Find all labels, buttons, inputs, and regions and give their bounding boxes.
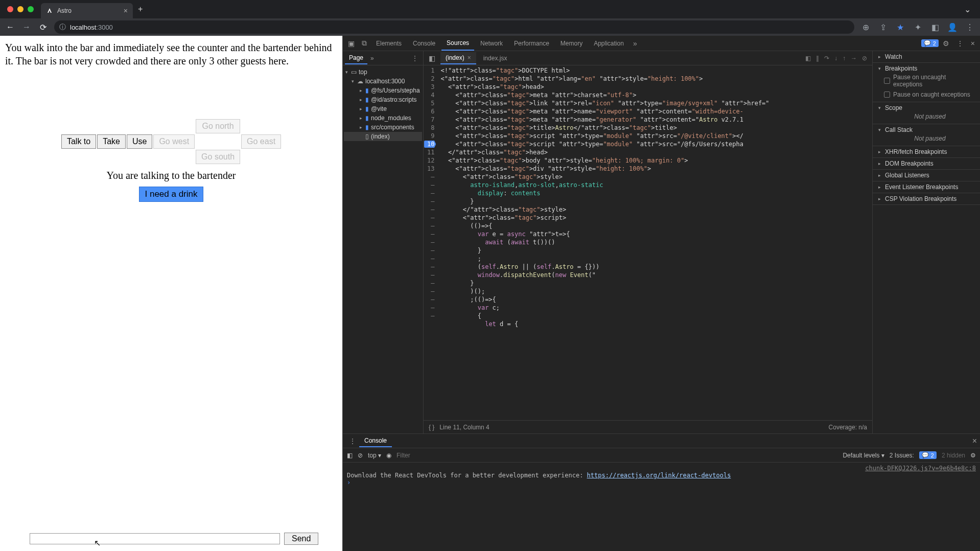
code-content[interactable]: <!"attr">class="tagc">DOCTYPE html><"att… [438, 65, 872, 420]
source-editor: ◧ (index)× index.jsx ◧ ‖ ↷ ↓ ↑ → ⊘ [424, 51, 873, 433]
close-editor-tab-icon[interactable]: × [468, 54, 471, 61]
nav-more-icon[interactable]: » [367, 55, 377, 62]
step-out-icon[interactable]: ↑ [843, 55, 846, 62]
tab-elements[interactable]: Elements [371, 37, 407, 50]
console-menu-icon[interactable]: ⋮ [346, 437, 359, 445]
back-button[interactable]: ← [5, 22, 15, 32]
console-source-link[interactable]: chunk-DFKQJ226.js?v=9e6b4e8c:8 [347, 465, 976, 472]
page-nav-tab[interactable]: Page [345, 52, 367, 64]
file-tree[interactable]: ▾▭top ▾☁localhost:3000 ▸▮@fs/Users/steph… [343, 65, 423, 143]
devtools-menu-icon[interactable]: ⋮ [953, 39, 967, 48]
take-button[interactable]: Take [97, 134, 126, 149]
scope-section[interactable]: ▾Scope [877, 104, 976, 111]
console-close-icon[interactable]: × [972, 437, 977, 446]
global-listeners-section[interactable]: ▸Global Listeners [877, 172, 976, 179]
console-message-link[interactable]: https://reactjs.org/link/react-devtools [587, 472, 731, 479]
tab-console[interactable]: Console [408, 37, 440, 50]
bookmark-icon[interactable]: ★ [895, 22, 905, 32]
share-icon[interactable]: ⇪ [878, 22, 888, 32]
tree-top[interactable]: top [359, 68, 367, 76]
go-west-button[interactable]: Go west [153, 134, 195, 149]
close-window-icon[interactable] [7, 6, 13, 12]
go-north-button[interactable]: Go north [196, 119, 240, 133]
close-tab-icon[interactable]: × [124, 7, 128, 15]
tab-sources[interactable]: Sources [441, 36, 474, 51]
forward-button[interactable]: → [21, 22, 32, 32]
go-east-button[interactable]: Go east [241, 134, 281, 149]
chat-input[interactable] [30, 533, 280, 544]
step-icon[interactable]: → [851, 55, 857, 62]
reload-button[interactable]: ⟳ [38, 22, 48, 32]
side-panel-icon[interactable]: ◧ [930, 22, 940, 32]
device-toggle-icon[interactable]: ⧉ [359, 39, 370, 48]
tab-performance[interactable]: Performance [509, 37, 554, 50]
event-listener-breakpoints-section[interactable]: ▸Event Listener Breakpoints [877, 183, 976, 191]
extensions-icon[interactable]: ✦ [913, 22, 923, 32]
browser-tab[interactable]: Astro × [41, 3, 133, 18]
tree-folder[interactable]: node_modules [371, 114, 411, 122]
pause-caught-checkbox[interactable]: Pause on caught exceptions [877, 89, 976, 100]
mouse-cursor-icon: ↖ [94, 538, 101, 548]
console-tab[interactable]: Console [359, 435, 392, 447]
pause-uncaught-checkbox[interactable]: Pause on uncaught exceptions [877, 72, 976, 89]
console-filter-input[interactable] [396, 452, 837, 459]
log-levels-selector[interactable]: Default levels ▾ [843, 452, 884, 459]
tree-folder[interactable]: @vite [371, 105, 387, 112]
tree-folder[interactable]: src/components [371, 124, 414, 131]
context-selector[interactable]: top ▾ [368, 452, 381, 459]
line-gutter[interactable]: 12345678910111213–––––––––––––––––– [424, 65, 438, 420]
tree-host[interactable]: localhost:3000 [365, 78, 405, 85]
console-issues-badge[interactable]: 💬 2 [919, 451, 937, 459]
menu-icon[interactable]: ⋮ [965, 22, 975, 32]
pretty-print-icon[interactable]: { } [429, 424, 434, 431]
tabs-overflow-icon[interactable]: ⌄ [964, 5, 971, 14]
more-tabs-icon[interactable]: » [630, 39, 640, 48]
xhr-breakpoints-section[interactable]: ▸XHR/fetch Breakpoints [877, 148, 976, 155]
send-button[interactable]: Send [284, 533, 318, 545]
csp-breakpoints-section[interactable]: ▸CSP Violation Breakpoints [877, 195, 976, 202]
tab-memory[interactable]: Memory [555, 37, 588, 50]
step-over-icon[interactable]: ↷ [824, 55, 829, 62]
cloud-icon: ☁ [357, 78, 363, 85]
maximize-window-icon[interactable] [28, 6, 34, 12]
dom-breakpoints-section[interactable]: ▸DOM Breakpoints [877, 160, 976, 167]
toggle-nav-icon[interactable]: ◧ [426, 54, 438, 62]
zoom-icon[interactable]: ⊕ [860, 22, 871, 32]
console-settings-icon[interactable]: ⚙ [970, 452, 976, 459]
tab-network[interactable]: Network [475, 37, 508, 50]
clear-console-icon[interactable]: ⊘ [358, 452, 363, 459]
dialog-option-button[interactable]: I need a drink [139, 187, 203, 202]
issues-badge[interactable]: 💬 2 [921, 39, 939, 47]
inspect-icon[interactable]: ▣ [345, 39, 358, 48]
toggle-sidebar-icon[interactable]: ◧ [805, 55, 811, 62]
console-sidebar-icon[interactable]: ◧ [347, 452, 353, 459]
pause-icon[interactable]: ‖ [816, 55, 819, 62]
editor-tab-index[interactable]: (index)× [440, 52, 476, 64]
editor-tab-indexjsx[interactable]: index.jsx [478, 53, 512, 64]
devtools-close-icon[interactable]: × [968, 39, 978, 48]
new-tab-button[interactable]: + [138, 5, 143, 14]
minimize-window-icon[interactable] [17, 6, 24, 12]
settings-icon[interactable]: ⚙ [940, 39, 952, 48]
live-expression-icon[interactable]: ◉ [386, 452, 391, 459]
issues-count: 2 [933, 40, 936, 47]
tree-folder[interactable]: @id/astro:scripts [371, 96, 417, 103]
site-info-icon[interactable]: ⓘ [59, 22, 66, 32]
tree-file[interactable]: (index) [371, 133, 390, 140]
go-south-button[interactable]: Go south [196, 150, 240, 164]
watch-section[interactable]: ▸Watch [877, 53, 976, 60]
talk-to-button[interactable]: Talk to [61, 134, 96, 149]
callstack-section[interactable]: ▾Call Stack [877, 126, 976, 133]
tab-application[interactable]: Application [589, 37, 629, 50]
url-bar[interactable]: ⓘ localhost:3000 [54, 20, 854, 34]
tree-folder[interactable]: @fs/Users/stepha [371, 87, 420, 94]
use-button[interactable]: Use [127, 134, 152, 149]
nav-menu-icon[interactable]: ⋮ [409, 55, 421, 62]
debugger-sidebar: ▸Watch ▾Breakpoints Pause on uncaught ex… [873, 51, 980, 433]
profile-icon[interactable]: 👤 [947, 22, 958, 32]
step-into-icon[interactable]: ↓ [834, 55, 837, 62]
deactivate-breakpoints-icon[interactable]: ⊘ [862, 55, 867, 62]
breakpoints-section[interactable]: ▾Breakpoints [877, 65, 976, 72]
compass-controls: Go north Go west Go east Go south [153, 119, 282, 165]
console-prompt[interactable]: › [347, 479, 976, 486]
